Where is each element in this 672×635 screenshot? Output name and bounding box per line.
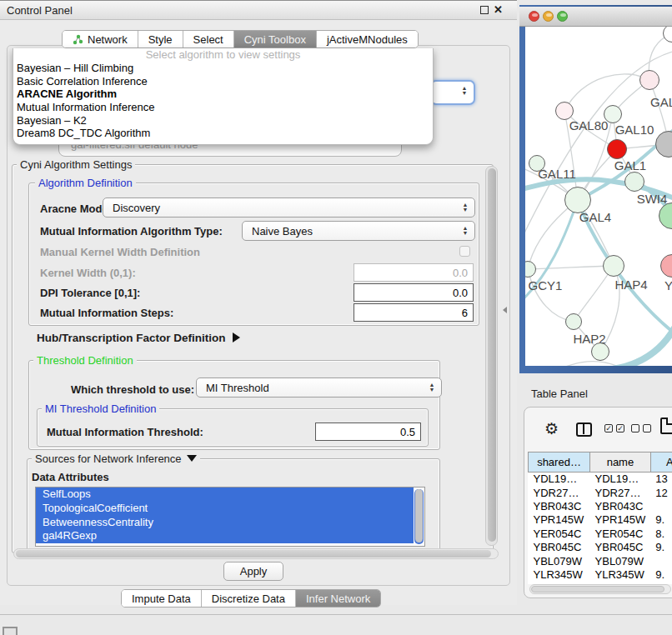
- table-row[interactable]: YBL079WYBL079W: [529, 554, 672, 568]
- which-threshold-label: Which threshold to use:: [71, 383, 194, 396]
- dropdown-item-list: Bayesian – Hill ClimbingBasic Correlatio…: [13, 62, 433, 140]
- which-threshold-combobox[interactable]: MI Threshold ▲▼: [196, 378, 442, 398]
- settings-horizontal-thumb[interactable]: [16, 550, 491, 558]
- hub-definition-expander[interactable]: Hub/Transcription Factor Definition: [37, 332, 240, 344]
- list-scrollbar[interactable]: [414, 489, 424, 544]
- attribute-list-item[interactable]: gal4RGexp: [36, 529, 414, 543]
- mi-type-combobox[interactable]: Naive Bayes ▲▼: [242, 221, 475, 241]
- tab-jactivemnodules[interactable]: jActiveMNodules: [317, 31, 418, 48]
- tab-discretize-data[interactable]: Discretize Data: [202, 590, 296, 607]
- network-window-titlebar[interactable]: [519, 7, 672, 27]
- column-header-name[interactable]: name: [590, 452, 651, 472]
- tab-style[interactable]: Style: [138, 31, 183, 48]
- dropdown-item[interactable]: Bayesian – K2: [13, 114, 433, 128]
- table-row[interactable]: YDL19…YDL19…13: [529, 472, 672, 486]
- close-traffic-light-icon[interactable]: [529, 11, 539, 22]
- attribute-list-item[interactable]: SelfLoops: [36, 488, 414, 502]
- attribute-list-item[interactable]: BetweennessCentrality: [36, 516, 414, 530]
- mi-steps-label: Mutual Information Steps:: [40, 307, 173, 319]
- table-cell: 9.: [650, 568, 672, 581]
- control-panel-titlebar: Control Panel ✕: [0, 0, 517, 20]
- column-header-A[interactable]: A: [650, 452, 672, 472]
- table-panel: ⚙ ✓ ✓ shared…nameA YDL19…YDL19…13YDR27…Y…: [524, 407, 672, 598]
- data-attributes-list[interactable]: SelfLoopsTopologicalCoefficientBetweenne…: [35, 487, 425, 547]
- table-row[interactable]: YER054CYER054C8.: [529, 527, 672, 540]
- node-attribute-table[interactable]: shared…nameA YDL19…YDL19…13YDR27…YDR27…1…: [528, 452, 672, 584]
- dropdown-item[interactable]: Basic Correlation Inference: [13, 75, 433, 88]
- network-node-hap4[interactable]: [603, 255, 624, 277]
- network-node-hap2[interactable]: [565, 313, 582, 330]
- tab-label: Network: [88, 33, 128, 46]
- split-pane-handle[interactable]: [503, 307, 507, 313]
- zoom-traffic-light-icon[interactable]: [557, 11, 568, 22]
- sources-expander[interactable]: Sources for Network Inference: [32, 452, 200, 465]
- list-scrollbar-thumb[interactable]: [415, 489, 423, 542]
- combobox-stepper-icon: ▲▼: [427, 380, 437, 395]
- dropdown-item[interactable]: Bayesian – Hill Climbing: [13, 62, 433, 75]
- network-node-gal1[interactable]: [607, 139, 627, 159]
- combobox-stepper-icon: ▲▼: [459, 83, 469, 98]
- dropdown-item[interactable]: Dream8 DC_TDC Algorithm: [13, 127, 433, 140]
- mi-steps-field[interactable]: 6: [354, 303, 474, 322]
- table-cell: YPR145W: [529, 513, 590, 527]
- dropdown-item[interactable]: Mutual Information Inference: [13, 101, 433, 114]
- aracne-mode-combobox[interactable]: Discovery ▲▼: [103, 198, 475, 218]
- table-cell: YER054C: [590, 527, 651, 540]
- network-node-swi4[interactable]: [624, 172, 644, 192]
- tab-cyni-toolbox[interactable]: Cyni Toolbox: [234, 31, 317, 48]
- table-horizontal-scrollbar[interactable]: [529, 584, 671, 594]
- float-window-icon[interactable]: [480, 6, 489, 14]
- network-canvas[interactable]: GALGAL80GAL10GAL1GAL11SWI4GAL4GCY1HAP4YH…: [525, 27, 672, 366]
- minimize-traffic-light-icon[interactable]: [543, 11, 554, 22]
- aracne-mode-value: Discovery: [113, 202, 160, 214]
- tab-label: Style: [148, 33, 173, 46]
- column-header-shared[interactable]: shared…: [529, 452, 590, 472]
- table-row[interactable]: YPR145WYPR145W9.: [529, 513, 672, 527]
- kernel-width-label: Kernel Width (0,1):: [40, 267, 136, 279]
- control-panel-window: Control Panel ✕ NetworkStyleSelectCyni T…: [0, 0, 517, 605]
- network-view-window: GALGAL80GAL10GAL1GAL11SWI4GAL4GCY1HAP4YH…: [519, 5, 672, 373]
- node-label: GCY1: [529, 278, 563, 292]
- table-cell: YBR043C: [590, 499, 651, 512]
- attribute-list-item[interactable]: TopologicalCoefficient: [36, 502, 414, 516]
- tab-impute-data[interactable]: Impute Data: [122, 590, 202, 607]
- cyni-settings-title: Cyni Algorithm Settings: [17, 158, 135, 171]
- control-panel-tabs: NetworkStyleSelectCyni ToolboxjActiveMNo…: [62, 30, 419, 48]
- tab-infer-network[interactable]: Infer Network: [296, 590, 380, 607]
- mi-threshold-field[interactable]: 0.5: [315, 422, 421, 441]
- table-row[interactable]: YBR045CYBR045C9.: [529, 540, 672, 553]
- kernel-width-field[interactable]: 0.0: [354, 263, 474, 282]
- node-label: GAL80: [569, 118, 609, 132]
- manual-kernel-checkbox[interactable]: [459, 246, 470, 257]
- settings-horizontal-scrollbar[interactable]: [13, 548, 499, 559]
- table-row[interactable]: YBR043CYBR043C: [529, 499, 672, 512]
- network-node[interactable]: [591, 342, 609, 361]
- table-cell: YER054C: [529, 527, 590, 540]
- tab-select[interactable]: Select: [183, 31, 234, 48]
- table-row[interactable]: YLR345WYLR345W9.: [529, 568, 672, 581]
- network-node-gal[interactable]: [639, 70, 659, 90]
- hub-definition-label: Hub/Transcription Factor Definition: [37, 332, 226, 344]
- close-icon[interactable]: ✕: [494, 3, 503, 16]
- table-cell: YLR345W: [590, 568, 651, 581]
- apply-button[interactable]: Apply: [223, 562, 283, 581]
- settings-vertical-scrollbar[interactable]: [485, 166, 498, 546]
- network-node-gal10[interactable]: [604, 105, 622, 123]
- table-horizontal-thumb[interactable]: [531, 586, 664, 592]
- algorithm-combobox[interactable]: ▲▼: [430, 80, 475, 105]
- table-cell: YBR043C: [529, 499, 590, 512]
- table-row[interactable]: YDR27…YDR27…12: [529, 486, 672, 499]
- dropdown-item[interactable]: ARACNE Algorithm: [13, 88, 433, 101]
- table-cell: 8.: [650, 527, 672, 540]
- dpi-tolerance-field[interactable]: 0.0: [354, 283, 474, 302]
- data-attributes-label: Data Attributes: [32, 471, 109, 483]
- algorithm-definition-title: Algorithm Definition: [35, 177, 136, 189]
- table-cell: YDL19…: [529, 472, 590, 486]
- settings-vertical-thumb[interactable]: [488, 168, 496, 542]
- network-icon: [73, 34, 83, 45]
- table-cell: [650, 554, 672, 568]
- expand-down-icon: [187, 455, 197, 462]
- tab-network[interactable]: Network: [63, 31, 138, 48]
- table-cell: 13: [650, 472, 672, 486]
- status-bar-icon[interactable]: [3, 627, 18, 635]
